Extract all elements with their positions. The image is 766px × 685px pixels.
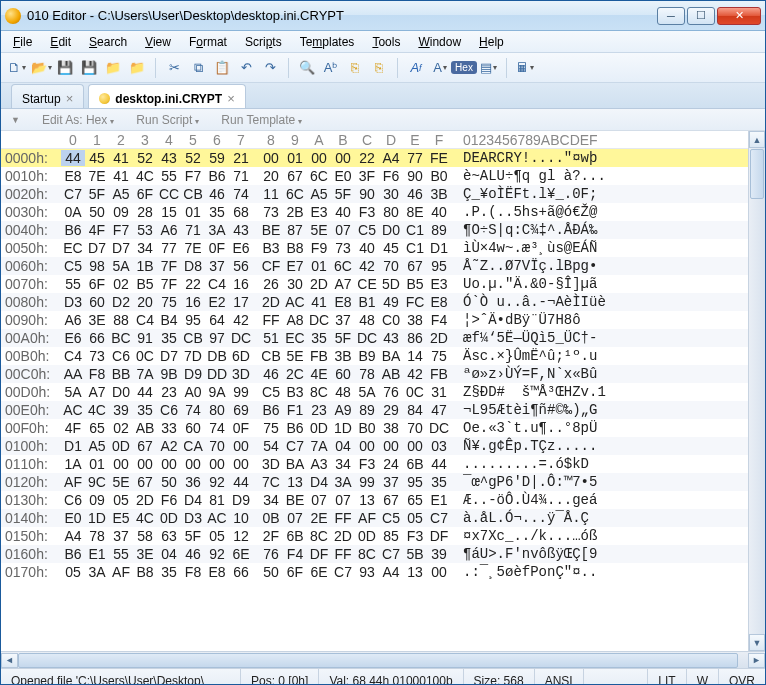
scroll-thumb[interactable] bbox=[750, 149, 764, 199]
save-all-icon[interactable]: 💾 bbox=[79, 58, 99, 78]
hex-bytes[interactable]: E01DE54C0DD3AC100B072EFFAFC505C7 bbox=[61, 510, 451, 526]
ascii-dump[interactable]: Z§ÐD# š™Å³ŒHZv.1 bbox=[463, 384, 606, 400]
ascii-dump[interactable]: Oe.«3`t.u¶..°8pÜ bbox=[463, 420, 597, 436]
find-replace-icon[interactable]: Aᵇ bbox=[321, 58, 341, 78]
ascii-dump[interactable]: Uo.µ."Ä.&0-§Î]µã bbox=[463, 276, 597, 292]
hex-row[interactable]: 0130h:C609052DF6D481D934BE0707136765E1Æ.… bbox=[1, 491, 765, 509]
open-file-icon[interactable]: 📂▾ bbox=[31, 58, 51, 78]
hex-row[interactable]: 0050h:ECD7D734777E0FE6B3B8F9734045C1D1ìÙ… bbox=[1, 239, 765, 257]
hex-row[interactable]: 0110h:1A010000000000003DBAA334F3246B44..… bbox=[1, 455, 765, 473]
folder2-icon[interactable]: 📁 bbox=[127, 58, 147, 78]
menu-help[interactable]: Help bbox=[479, 35, 504, 49]
highlight-icon[interactable]: A▾ bbox=[430, 58, 450, 78]
ascii-dump[interactable]: ¬L95Ætèi¶ñ#©‰)„G bbox=[463, 402, 597, 418]
hex-bytes[interactable]: 0A50092815013568732BE340F3808E40 bbox=[61, 204, 451, 220]
run-template-dropdown[interactable]: Run Template▾ bbox=[221, 113, 302, 127]
hex-row[interactable]: 0060h:C5985A1B7FD83756CFE7016C42706795Å˜… bbox=[1, 257, 765, 275]
hscroll-thumb[interactable] bbox=[18, 653, 738, 668]
hex-bytes[interactable]: AAF8BB7A9BD9DD3D462C4E6078AB42FB bbox=[61, 366, 451, 382]
hex-bytes[interactable]: C75FA56FCCCB4674116CA55F9030463B bbox=[61, 186, 451, 202]
menu-format[interactable]: Format bbox=[189, 35, 227, 49]
minimize-button[interactable]: ─ bbox=[657, 7, 685, 25]
font-icon[interactable]: Af bbox=[406, 58, 426, 78]
hex-bytes[interactable]: D1A50D67A2CA700054C77A0400000003 bbox=[61, 438, 451, 454]
hex-row[interactable]: 0160h:B6E1553E0446926E76F4DFFF8CC75B39¶á… bbox=[1, 545, 765, 563]
menu-window[interactable]: Window bbox=[418, 35, 461, 49]
hex-row[interactable]: 0010h:E87E414C55F7B67120676CE03FF690B0è~… bbox=[1, 167, 765, 185]
hex-editor[interactable]: 0123456789ABCDEF 0123456789ABCDEF 0000h:… bbox=[1, 131, 765, 651]
tab-close-icon[interactable]: × bbox=[66, 91, 74, 106]
vertical-scrollbar[interactable]: ▲ ▼ bbox=[748, 131, 765, 651]
hex-bytes[interactable]: 053AAFB835F8E866506F6EC793A41300 bbox=[61, 564, 451, 580]
hex-row[interactable]: 0030h:0A50092815013568732BE340F3808E40.P… bbox=[1, 203, 765, 221]
down-arrow-icon[interactable]: ▼ bbox=[11, 115, 20, 125]
tab-startup[interactable]: Startup × bbox=[11, 84, 84, 108]
hex-row[interactable]: 0040h:B64FF753A6713A43BE875E07C5D0C189¶O… bbox=[1, 221, 765, 239]
hex-bytes[interactable]: C5985A1B7FD83756CFE7016C42706795 bbox=[61, 258, 451, 274]
hex-row[interactable]: 0120h:AF9C5E67503692447C13D43A99379535¯œ… bbox=[1, 473, 765, 491]
hex-row[interactable]: 0170h:053AAFB835F8E866506F6EC793A41300.:… bbox=[1, 563, 765, 581]
horizontal-scrollbar[interactable]: ◄ ► bbox=[1, 651, 765, 668]
menu-search[interactable]: Search bbox=[89, 35, 127, 49]
hex-row[interactable]: 00D0h:5AA7D04423A09A99C5B38C485A760C31Z§… bbox=[1, 383, 765, 401]
hex-row[interactable]: 00E0h:AC4C3935C6748069B6F123A989298447¬L… bbox=[1, 401, 765, 419]
scroll-left-icon[interactable]: ◄ bbox=[1, 653, 18, 668]
menu-scripts[interactable]: Scripts bbox=[245, 35, 282, 49]
maximize-button[interactable]: ☐ bbox=[687, 7, 715, 25]
tab-desktop-ini-crypt[interactable]: desktop.ini.CRYPT × bbox=[88, 84, 246, 108]
hex-row[interactable]: 0020h:C75FA56FCCCB4674116CA55F9030463BÇ_… bbox=[1, 185, 765, 203]
status-encoding[interactable]: ANSI bbox=[535, 669, 584, 685]
scroll-right-icon[interactable]: ► bbox=[748, 653, 765, 668]
status-endian[interactable]: LIT bbox=[648, 669, 686, 685]
hex-bytes[interactable]: 5AA7D04423A09A99C5B38C485A760C31 bbox=[61, 384, 451, 400]
hex-bytes[interactable]: ECD7D734777E0FE6B3B8F9734045C1D1 bbox=[61, 240, 451, 256]
ascii-dump[interactable]: ¶áU>.F'nvôßÿŒÇ[9 bbox=[463, 546, 597, 562]
hex-bytes[interactable]: B64FF753A6713A43BE875E07C5D0C189 bbox=[61, 222, 451, 238]
close-button[interactable]: ✕ bbox=[717, 7, 761, 25]
hex-row[interactable]: 0140h:E01DE54C0DD3AC100B072EFFAFC505C7à.… bbox=[1, 509, 765, 527]
ascii-dump[interactable]: .P.(..5hs+ã@ó€Ž@ bbox=[463, 204, 597, 220]
hex-row[interactable]: 00F0h:4F6502AB3360740F75B60D1DB03870DCOe… bbox=[1, 419, 765, 437]
menu-tools[interactable]: Tools bbox=[372, 35, 400, 49]
ascii-dump[interactable]: .........=.ó$kD bbox=[463, 456, 589, 472]
hex-row[interactable]: 0080h:D360D2207516E2172DAC41E8B149FCE8Ó`… bbox=[1, 293, 765, 311]
menu-edit[interactable]: Edit bbox=[50, 35, 71, 49]
folder-icon[interactable]: 📁 bbox=[103, 58, 123, 78]
tab-close-icon[interactable]: × bbox=[227, 91, 235, 106]
status-w[interactable]: W bbox=[687, 669, 719, 685]
ascii-dump[interactable]: Ñ¥.g¢Êp.TÇz..... bbox=[463, 438, 597, 454]
status-ovr[interactable]: OVR bbox=[719, 669, 765, 685]
menu-file[interactable]: File bbox=[13, 35, 32, 49]
ascii-dump[interactable]: ¶O÷S|q:C¾‡^.ÅĐÁ‰ bbox=[463, 222, 597, 238]
hex-row[interactable]: 00B0h:C473C60CD77DDB6DCB5EFB3BB9BA1475Äs… bbox=[1, 347, 765, 365]
find-icon[interactable]: 🔍 bbox=[297, 58, 317, 78]
hex-row[interactable]: 00A0h:E666BC9135CB97DC51EC355FDC43862Dæf… bbox=[1, 329, 765, 347]
hex-row[interactable]: 0100h:D1A50D67A2CA700054C77A0400000003Ñ¥… bbox=[1, 437, 765, 455]
hex-row[interactable]: 00C0h:AAF8BB7A9BD9DD3D462C4E6078AB42FBªø… bbox=[1, 365, 765, 383]
ascii-dump[interactable]: Äsc.×}ÛmË^û;¹º.u bbox=[463, 348, 597, 364]
cut-icon[interactable]: ✂ bbox=[164, 58, 184, 78]
hex-bytes[interactable]: A4783758635F05122F6B8C2D0D85F3DF bbox=[61, 528, 451, 544]
hex-mode-icon[interactable]: Hex bbox=[454, 58, 474, 78]
edit-as-dropdown[interactable]: Edit As: Hex▾ bbox=[42, 113, 114, 127]
hex-bytes[interactable]: 4F6502AB3360740F75B60D1DB03870DC bbox=[61, 420, 451, 436]
copy-icon[interactable]: ⧉ bbox=[188, 58, 208, 78]
hex-bytes[interactable]: C609052DF6D481D934BE0707136765E1 bbox=[61, 492, 451, 508]
hex-row[interactable]: 0090h:A63E88C4B4956442FFA8DC3748C038F4¦>… bbox=[1, 311, 765, 329]
menu-view[interactable]: View bbox=[145, 35, 171, 49]
new-file-icon[interactable]: 🗋▾ bbox=[7, 58, 27, 78]
toggle-icon[interactable]: ▤▾ bbox=[478, 58, 498, 78]
hex-row[interactable]: 0070h:556F02B57F22C41626302DA7CE5DB5E3Uo… bbox=[1, 275, 765, 293]
save-icon[interactable]: 💾 bbox=[55, 58, 75, 78]
find-next-icon[interactable]: ⎘ bbox=[369, 58, 389, 78]
ascii-dump[interactable]: ªø»z›ÙÝ=F,N`x«Bû bbox=[463, 366, 597, 382]
ascii-dump[interactable]: Æ..-öÔ.Ù4¾...geá bbox=[463, 492, 597, 508]
hex-bytes[interactable]: 556F02B57F22C41626302DA7CE5DB5E3 bbox=[61, 276, 451, 292]
hex-bytes[interactable]: E87E414C55F7B67120676CE03FF690B0 bbox=[61, 168, 451, 184]
hex-bytes[interactable]: 1A010000000000003DBAA334F3246B44 bbox=[61, 456, 451, 472]
ascii-dump[interactable]: Ç_¥oÌËFt.l¥_.0F; bbox=[463, 186, 597, 202]
menu-templates[interactable]: Templates bbox=[300, 35, 355, 49]
hex-bytes[interactable]: B6E1553E0446926E76F4DFFF8CC75B39 bbox=[61, 546, 451, 562]
ascii-dump[interactable]: Å˜Z..Ø7VÏç.lBpg• bbox=[463, 258, 597, 274]
ascii-dump[interactable]: Ó`Ò u..â.-¬AèÌIüè bbox=[463, 294, 606, 310]
